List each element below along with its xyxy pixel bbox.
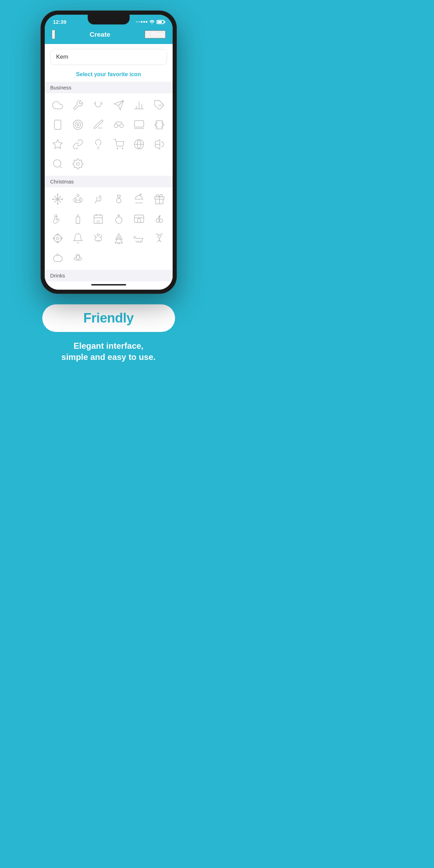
wifi-icon	[149, 20, 155, 24]
svg-line-90	[156, 234, 157, 235]
phone-notch	[88, 15, 130, 24]
pencil-icon[interactable]	[89, 116, 108, 134]
snowflake-icon[interactable]	[48, 190, 67, 208]
svg-point-37	[57, 194, 58, 195]
svg-rect-55	[76, 217, 80, 224]
globe-icon[interactable]	[130, 135, 149, 153]
status-time: 12:39	[53, 19, 66, 25]
svg-point-45	[117, 195, 120, 198]
bottom-section: Friendly Elegant interface,simple and ea…	[0, 294, 217, 370]
friendly-label: Friendly	[84, 311, 134, 325]
svg-point-84	[158, 235, 161, 238]
link-icon[interactable]	[68, 135, 87, 153]
empty-cell-2	[109, 155, 128, 173]
svg-point-15	[77, 124, 79, 125]
done-button[interactable]: ✓ Done	[145, 30, 166, 38]
select-favorite-label: Select your favorite icon	[45, 68, 173, 82]
bell-icon[interactable]	[68, 229, 87, 247]
cart-icon[interactable]	[109, 135, 128, 153]
svg-point-68	[159, 219, 163, 223]
svg-marker-80	[115, 237, 122, 243]
magnet-icon[interactable]	[89, 96, 108, 114]
svg-line-89	[160, 234, 162, 235]
empty-cell-1	[89, 155, 108, 173]
snowman-icon[interactable]	[109, 190, 128, 208]
cloud-icon[interactable]	[48, 96, 67, 114]
search-container	[45, 44, 173, 68]
svg-point-70	[54, 234, 61, 242]
svg-point-76	[97, 234, 100, 236]
back-button[interactable]: ‹	[52, 30, 56, 39]
svg-point-46	[116, 198, 121, 203]
svg-point-25	[117, 148, 118, 149]
svg-point-40	[62, 199, 63, 200]
svg-point-49	[118, 196, 118, 196]
santa-icon[interactable]	[68, 249, 87, 267]
category-christmas-header: Christmas	[45, 176, 173, 187]
seo-tag-icon[interactable]: SEO	[150, 96, 169, 114]
business-icons-grid: SEO	[45, 93, 173, 176]
mobile-phone-icon[interactable]	[48, 116, 67, 134]
svg-line-88	[157, 234, 159, 235]
angel-icon[interactable]	[89, 229, 108, 247]
tools-icon[interactable]	[68, 96, 87, 114]
gift-icon[interactable]	[150, 190, 169, 208]
candle-icon[interactable]	[68, 210, 87, 228]
sock-icon[interactable]	[48, 210, 67, 228]
phone-frame: 12:39	[41, 10, 177, 294]
magnify-icon[interactable]	[48, 155, 67, 173]
fireplace-icon[interactable]	[130, 210, 149, 228]
reindeer-icon[interactable]	[150, 229, 169, 247]
svg-point-17	[114, 124, 118, 128]
svg-line-91	[162, 234, 163, 235]
svg-marker-22	[53, 140, 62, 149]
xmas-tree-icon[interactable]	[109, 229, 128, 247]
settings-icon[interactable]	[68, 155, 87, 173]
laptop-icon[interactable]	[130, 116, 149, 134]
christmas-icons-grid: 25	[45, 187, 173, 270]
svg-point-71	[56, 237, 59, 240]
svg-point-62	[115, 217, 122, 224]
search-input[interactable]	[50, 49, 167, 65]
candy-cane-icon[interactable]	[89, 190, 108, 208]
paper-plane-icon[interactable]	[109, 96, 128, 114]
holly-icon[interactable]	[150, 210, 169, 228]
sleigh-icon[interactable]	[130, 229, 149, 247]
nav-title: Create	[89, 31, 110, 38]
sack-icon[interactable]	[48, 249, 67, 267]
svg-point-69	[159, 216, 160, 218]
screen-body: Select your favorite icon Business	[45, 44, 173, 290]
empty-xmas-1	[89, 249, 108, 267]
ornament-icon[interactable]	[109, 210, 128, 228]
code-icon[interactable]	[150, 116, 169, 134]
wreath-icon[interactable]	[48, 229, 67, 247]
empty-cell-3	[130, 155, 149, 173]
bar-chart-icon[interactable]	[130, 96, 149, 114]
lightbulb-icon[interactable]	[89, 135, 108, 153]
friendly-badge: Friendly	[42, 304, 175, 332]
gingerbread-icon[interactable]	[68, 190, 87, 208]
svg-rect-21	[156, 121, 163, 129]
svg-rect-19	[135, 121, 144, 127]
category-business-header: Business	[45, 82, 173, 93]
empty-xmas-3	[130, 249, 149, 267]
empty-cell-4	[150, 155, 169, 173]
svg-point-51	[140, 194, 142, 195]
target-icon[interactable]	[68, 116, 87, 134]
svg-point-41	[77, 194, 79, 197]
nav-bar: ‹ Create ✓ Done	[45, 27, 173, 44]
svg-point-18	[120, 124, 123, 128]
home-indicator	[45, 281, 173, 290]
star-icon[interactable]	[48, 135, 67, 153]
category-drinks-header: Drinks	[45, 270, 173, 281]
signal-icon	[136, 21, 147, 23]
calendar-25-icon[interactable]: 25	[89, 210, 108, 228]
empty-xmas-2	[109, 249, 128, 267]
megaphone-icon[interactable]	[150, 135, 169, 153]
svg-rect-81	[118, 243, 120, 244]
svg-point-14	[75, 122, 81, 128]
svg-rect-65	[135, 215, 144, 222]
santa-hat-icon[interactable]	[130, 190, 149, 208]
svg-point-93	[76, 255, 80, 259]
binoculars-icon[interactable]	[109, 116, 128, 134]
